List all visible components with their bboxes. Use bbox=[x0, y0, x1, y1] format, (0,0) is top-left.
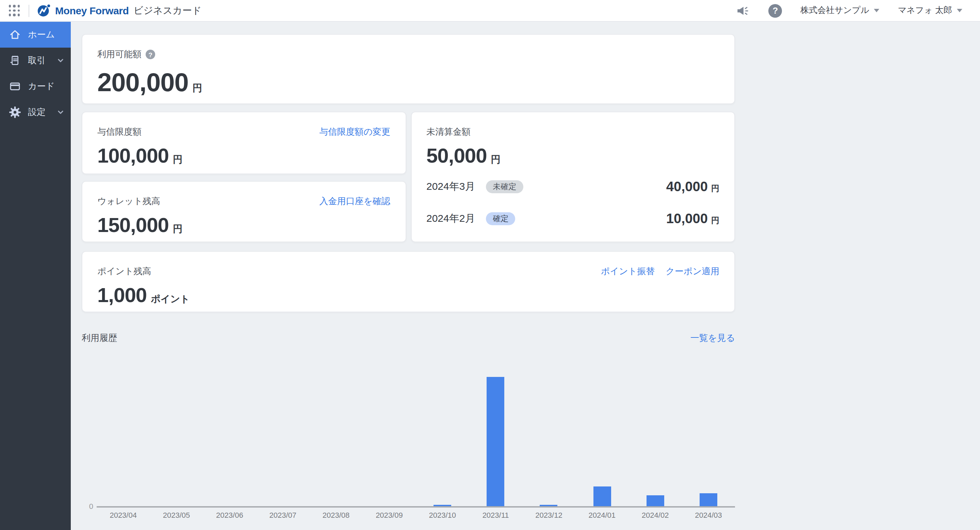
x-tick-label: 2023/12 bbox=[522, 511, 576, 519]
company-name: 株式会社サンプル bbox=[800, 5, 869, 16]
card-title: 与信限度額 bbox=[97, 126, 142, 138]
gear-icon bbox=[8, 105, 22, 119]
points-transfer-link[interactable]: ポイント振替 bbox=[601, 265, 655, 278]
sidebar-item-settings[interactable]: 設定 bbox=[0, 99, 71, 125]
credit-limit-card: 与信限度額 与信限度額の変更 100,000 円 bbox=[82, 111, 406, 174]
month-label: 2024年3月 bbox=[426, 180, 475, 193]
status-badge-confirmed: 確定 bbox=[486, 212, 515, 225]
unsettled-amount-card: 未清算金額 50,000 円 2024年3月 未確定 40,000 bbox=[411, 111, 735, 242]
help-tooltip-icon[interactable]: ? bbox=[146, 50, 155, 59]
sidebar-item-home[interactable]: ホーム bbox=[0, 22, 71, 48]
help-icon[interactable]: ? bbox=[768, 4, 782, 17]
chart-slot bbox=[469, 377, 522, 506]
header-right: ? 株式会社サンプル マネフォ 太郎 bbox=[735, 3, 980, 18]
user-name: マネフォ 太郎 bbox=[898, 5, 952, 16]
unsettled-month-row: 2024年2月 確定 10,000 円 bbox=[426, 211, 719, 227]
chart-slot bbox=[682, 493, 735, 506]
receipt-icon bbox=[8, 54, 22, 67]
usage-history-header: 利用履歴 一覧を見る bbox=[82, 332, 735, 344]
credit-card-icon bbox=[8, 79, 22, 93]
chevron-down-icon bbox=[957, 9, 962, 12]
y-axis-tick-zero: 0 bbox=[82, 502, 93, 510]
chart-slot bbox=[416, 505, 469, 506]
sidebar-item-label: カード bbox=[28, 80, 65, 92]
available-amount-card: 利用可能額 ? 200,000 円 bbox=[82, 34, 735, 104]
chart-bar-2023/10 bbox=[434, 505, 451, 506]
header-left: Money Forward ビジネスカード bbox=[0, 2, 202, 19]
x-tick-label: 2023/08 bbox=[309, 511, 363, 519]
sidebar-item-cards[interactable]: カード bbox=[0, 73, 71, 99]
unsettled-amount-value: 50,000 bbox=[426, 144, 487, 167]
x-tick-label: 2024/01 bbox=[576, 511, 628, 519]
sidebar-item-label: 取引 bbox=[28, 54, 56, 67]
currency-unit: 円 bbox=[491, 154, 501, 166]
chart-bar-2024/02 bbox=[646, 495, 664, 506]
megaphone-icon bbox=[735, 3, 750, 18]
deposit-account-link[interactable]: 入金用口座を確認 bbox=[319, 195, 390, 208]
x-tick-label: 2023/07 bbox=[256, 511, 309, 519]
sidebar-item-transactions[interactable]: 取引 bbox=[0, 48, 71, 73]
logo[interactable]: Money Forward ビジネスカード bbox=[37, 3, 202, 18]
currency-unit: 円 bbox=[711, 215, 719, 227]
coupon-apply-link[interactable]: クーポン適用 bbox=[666, 265, 719, 278]
month-amount-value: 40,000 bbox=[666, 179, 708, 195]
x-tick-label: 2023/05 bbox=[150, 511, 203, 519]
chart-bar-2024/01 bbox=[593, 486, 611, 506]
chart-bar-2024/03 bbox=[700, 493, 717, 506]
chevron-down-icon bbox=[56, 108, 65, 117]
section-title: 利用履歴 bbox=[82, 332, 117, 344]
available-amount-value: 200,000 bbox=[97, 68, 189, 97]
x-tick-label: 2023/04 bbox=[97, 511, 150, 519]
announcements-icon[interactable] bbox=[735, 3, 750, 18]
wallet-balance-value: 150,000 bbox=[97, 214, 169, 237]
user-menu[interactable]: マネフォ 太郎 bbox=[898, 5, 962, 16]
status-badge-unconfirmed: 未確定 bbox=[486, 180, 523, 193]
month-label: 2024年2月 bbox=[426, 212, 475, 225]
sidebar: ホーム 取引 bbox=[0, 22, 71, 530]
chart-slot bbox=[628, 495, 682, 506]
x-tick-label: 2024/03 bbox=[682, 511, 735, 519]
points-balance-value: 1,000 bbox=[97, 284, 147, 307]
card-title: ポイント残高 bbox=[97, 265, 151, 278]
credit-limit-value: 100,000 bbox=[97, 144, 169, 167]
sidebar-item-label: 設定 bbox=[28, 106, 56, 118]
logo-wordmark: Money Forward bbox=[55, 5, 129, 16]
month-amount-value: 10,000 bbox=[666, 211, 708, 227]
currency-unit: 円 bbox=[192, 83, 202, 95]
company-menu[interactable]: 株式会社サンプル bbox=[800, 5, 879, 16]
change-credit-limit-link[interactable]: 与信限度額の変更 bbox=[319, 126, 390, 138]
x-tick-label: 2023/06 bbox=[203, 511, 256, 519]
points-balance-card: ポイント残高 ポイント振替 クーポン適用 1,000 ポイント bbox=[82, 251, 735, 312]
sidebar-item-label: ホーム bbox=[28, 29, 65, 41]
x-tick-label: 2023/11 bbox=[469, 511, 522, 519]
chart-slot bbox=[576, 486, 628, 506]
card-title: 利用可能額 bbox=[97, 48, 142, 60]
view-all-link[interactable]: 一覧を見る bbox=[690, 332, 735, 344]
main-content: 利用可能額 ? 200,000 円 与信限度額 bbox=[71, 22, 980, 530]
top-header: Money Forward ビジネスカード ? 株式会社サンプル bbox=[0, 0, 980, 22]
app-root: Money Forward ビジネスカード ? 株式会社サンプル bbox=[0, 0, 980, 530]
chart-slot bbox=[522, 505, 576, 506]
chart-plot-area bbox=[97, 347, 735, 508]
chart-bar-2023/11 bbox=[487, 377, 504, 506]
currency-unit: 円 bbox=[711, 183, 719, 195]
header-divider bbox=[29, 5, 29, 17]
home-icon bbox=[8, 28, 22, 41]
moneyforward-logo-icon bbox=[37, 3, 51, 18]
card-title: ウォレット残高 bbox=[97, 195, 160, 208]
unsettled-month-row: 2024年3月 未確定 40,000 円 bbox=[426, 179, 719, 195]
currency-unit: 円 bbox=[173, 154, 182, 166]
chevron-down-icon bbox=[874, 9, 880, 12]
card-title: 未清算金額 bbox=[426, 126, 471, 138]
chart-bar-2023/12 bbox=[540, 505, 558, 506]
x-tick-label: 2024/02 bbox=[628, 511, 682, 519]
wallet-balance-card: ウォレット残高 入金用口座を確認 150,000 円 bbox=[82, 181, 406, 242]
product-name: ビジネスカード bbox=[134, 5, 202, 17]
chevron-down-icon bbox=[56, 56, 65, 65]
x-tick-label: 2023/10 bbox=[416, 511, 469, 519]
points-unit: ポイント bbox=[151, 293, 190, 305]
chart-x-axis-labels: 2023/042023/052023/062023/072023/082023/… bbox=[97, 511, 735, 519]
app-launcher-icon[interactable] bbox=[6, 2, 22, 19]
x-tick-label: 2023/09 bbox=[363, 511, 416, 519]
currency-unit: 円 bbox=[173, 223, 182, 235]
